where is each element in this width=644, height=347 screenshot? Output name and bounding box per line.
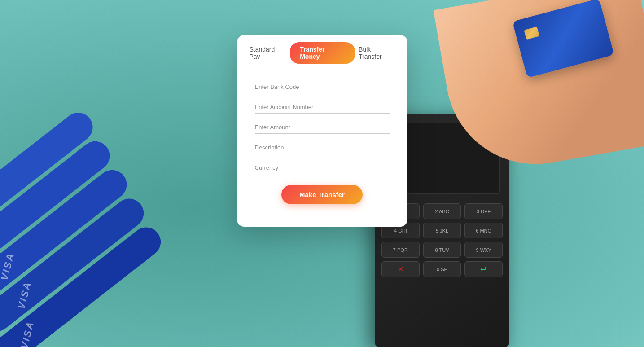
tab-standard-pay[interactable]: Standard Pay (246, 44, 290, 62)
key-9: 9 WXY (464, 242, 503, 258)
account-number-input[interactable] (255, 101, 390, 114)
amount-field (255, 121, 390, 134)
bank-code-input[interactable] (255, 80, 390, 93)
hand-with-card (420, 0, 644, 180)
key-0: 0 SP (423, 261, 461, 277)
key-3: 3 DEF (464, 203, 503, 219)
description-input[interactable] (255, 141, 390, 154)
key-8: 8 TUV (423, 242, 461, 258)
key-6: 6 MNO (464, 223, 503, 238)
currency-field (255, 161, 390, 174)
visa-text-3: VISA (0, 251, 17, 282)
visa-text-4: VISA (0, 220, 3, 250)
make-transfer-button[interactable]: Make Transfer (281, 185, 363, 204)
key-5: 5 JKL (423, 223, 461, 238)
visa-text-1: VISA (18, 320, 37, 347)
currency-input[interactable] (255, 161, 390, 174)
visa-text-2: VISA (16, 280, 34, 311)
tab-bulk-transfer[interactable]: Bulk Transfer (355, 44, 398, 62)
tab-bar: Standard Pay Transfer Money Bulk Transfe… (237, 35, 407, 71)
bank-code-field (255, 80, 390, 93)
tab-transfer-money[interactable]: Transfer Money (290, 42, 355, 64)
transfer-modal: Standard Pay Transfer Money Bulk Transfe… (237, 35, 407, 227)
amount-input[interactable] (255, 121, 390, 134)
account-number-field (255, 101, 390, 114)
key-enter: ↵ (464, 261, 503, 277)
card-chip (524, 26, 539, 40)
key-7: 7 PQR (381, 242, 420, 258)
description-field (255, 141, 390, 154)
key-cancel: ✕ (381, 261, 420, 277)
key-2: 2 ABC (423, 203, 461, 219)
transfer-form: Make Transfer (237, 71, 407, 209)
